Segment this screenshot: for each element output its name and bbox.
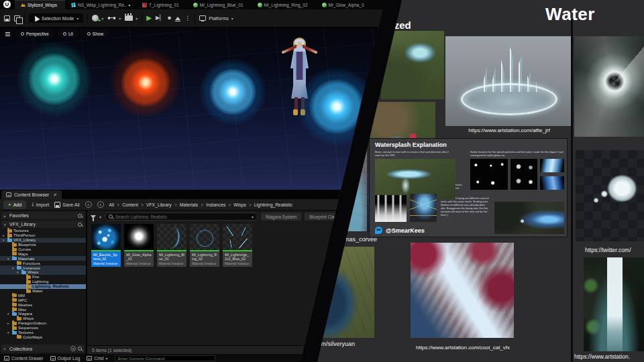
- skip-button[interactable]: ▶▏: [156, 15, 164, 21]
- pill-icon: [87, 32, 91, 36]
- ref-image-waterfall: [584, 257, 644, 351]
- selection-mode-label: Selection Mode: [42, 16, 74, 21]
- tree-item[interactable]: Functions: [0, 261, 86, 265]
- tree-item[interactable]: Instances: [0, 265, 86, 270]
- asset-editor-tab[interactable]: Stylized_Wisps: [15, 0, 65, 9]
- chevron-down-icon: ▾: [76, 16, 78, 21]
- expander-icon[interactable]: [7, 257, 11, 261]
- blueprints-button[interactable]: ▾: [107, 15, 121, 21]
- collections-header[interactable]: ▸ Collections +: [1, 345, 85, 353]
- viewport-option-pill[interactable]: Show: [82, 29, 109, 38]
- chevron-down-icon[interactable]: ▾: [252, 215, 254, 219]
- content-drawer-button[interactable]: Content Drawer: [4, 356, 44, 361]
- stop-button[interactable]: ■: [168, 15, 171, 21]
- breadcrumb-segment[interactable]: Instances: [198, 202, 225, 207]
- breadcrumb-segment[interactable]: Lightning_Realistic: [246, 202, 292, 207]
- asset-tile[interactable]: MI_Electric_Sphere_01 Material Instance: [91, 224, 121, 267]
- tree-item[interactable]: Lightning_Realistic: [0, 284, 86, 289]
- panel-image-cone-mesh: [410, 194, 437, 222]
- add-actor-button[interactable]: ▾: [92, 15, 103, 21]
- add-button[interactable]: + Add: [3, 200, 26, 209]
- selection-mode-button[interactable]: Selection Mode ▾: [29, 13, 83, 23]
- library-label: VFX_Library: [9, 222, 36, 227]
- cinematics-button[interactable]: ▾: [125, 15, 138, 21]
- viewport-option-pill[interactable]: Lit: [58, 29, 78, 38]
- chevron-down-icon: ▾: [99, 215, 101, 219]
- back-icon[interactable]: ‹: [85, 201, 92, 208]
- tree-item[interactable]: ColorMaps: [0, 335, 86, 339]
- asset-editor-tab[interactable]: MI_Glow_Alpha_0: [316, 0, 372, 9]
- expander-icon[interactable]: [17, 270, 20, 274]
- expander-icon[interactable]: [7, 312, 11, 316]
- search-icon[interactable]: [78, 223, 82, 227]
- platforms-button[interactable]: Platforms ▾: [199, 15, 233, 21]
- forward-icon[interactable]: ›: [97, 201, 104, 208]
- blueprint-icon: [107, 15, 116, 21]
- expander-icon[interactable]: [3, 233, 6, 237]
- drawer-icon: [4, 356, 9, 361]
- folder-icon: [26, 280, 31, 284]
- filter-icon[interactable]: [91, 215, 96, 219]
- unreal-logo-icon[interactable]: U: [3, 1, 11, 8]
- save-all-label: Save All: [62, 202, 79, 207]
- tree-item[interactable]: Textures: [0, 229, 86, 233]
- ref-image-water-blob: [576, 150, 644, 241]
- breadcrumb-segment[interactable]: Content: [114, 202, 138, 207]
- expander-icon[interactable]: [3, 238, 6, 242]
- platforms-icon: [199, 15, 206, 21]
- search-input[interactable]: [115, 215, 249, 219]
- tree-item[interactable]: Niagara: [0, 312, 86, 316]
- eject-button[interactable]: [175, 17, 180, 20]
- folder-label: VFX_Library: [13, 238, 36, 242]
- asset-searchbox[interactable]: ▾: [105, 213, 258, 221]
- folder-icon: [17, 266, 21, 269]
- asset-editor-tab[interactable]: MI_Lightning_Blue_01: [187, 0, 252, 9]
- tree-item[interactable]: ThirdPerson: [0, 233, 86, 238]
- cmd-button[interactable]: Cmd ▾: [87, 356, 107, 361]
- expander-icon[interactable]: [12, 266, 15, 270]
- tree-item[interactable]: Wisps: [0, 270, 86, 275]
- asset-editor-tab[interactable]: MI_Lightning_Ring_02: [252, 0, 316, 9]
- expander-icon[interactable]: [7, 330, 11, 335]
- output-log-button[interactable]: Output Log: [50, 356, 80, 361]
- expander-icon[interactable]: [7, 321, 11, 325]
- console-command-input[interactable]: [115, 355, 215, 361]
- content-browser-tab[interactable]: Content Browser ✕: [1, 190, 62, 199]
- import-label: Import: [36, 202, 49, 207]
- tree-item[interactable]: Textures: [0, 330, 86, 335]
- breadcrumb-segment[interactable]: Wisps: [225, 202, 246, 207]
- toolbar-separator: [24, 13, 25, 23]
- folder-icon: [7, 234, 12, 237]
- asset-tile[interactable]: MI_Lightning_Blue_01 Material Instance: [157, 224, 186, 267]
- search-icon[interactable]: [78, 347, 82, 351]
- tree-item[interactable]: Materials: [0, 256, 86, 261]
- folder-icon: [17, 261, 21, 265]
- play-options-icon[interactable]: ⋮: [184, 15, 191, 21]
- add-collection-icon[interactable]: +: [70, 346, 76, 351]
- asset-tile[interactable]: MI_Lightnings_2x2_Blue_02 Material Insta…: [223, 224, 252, 267]
- breadcrumb-segment[interactable]: Materials: [172, 202, 199, 207]
- tree-item[interactable]: Lightning: [0, 280, 86, 284]
- folder-label: MM: [18, 294, 25, 298]
- library-header[interactable]: ▾ VFX_Library: [1, 221, 85, 228]
- viewport-option-pill[interactable]: Perspective: [15, 29, 54, 38]
- asset-tile[interactable]: MI_Glow_Alpha_01 Material Instance: [124, 224, 154, 267]
- asset-editor-tab[interactable]: NS_Wisp_Lightning_Re.. •: [65, 0, 136, 9]
- filter-chip[interactable]: Niagara System: [261, 213, 301, 221]
- asset-tile[interactable]: MI_Lightning_Ring_02 Material Instance: [190, 224, 219, 267]
- play-button[interactable]: ▶: [146, 15, 152, 21]
- breadcrumb-segment[interactable]: All: [109, 202, 115, 207]
- breadcrumb-segment[interactable]: VFX_Library: [138, 202, 172, 207]
- asset-editor-tab[interactable]: T_Lightning_01: [136, 0, 187, 9]
- save-all-button[interactable]: Save All: [54, 202, 79, 208]
- viewport-menu-icon[interactable]: [3, 30, 12, 38]
- close-icon[interactable]: ✕: [53, 192, 57, 198]
- platforms-label: Platforms: [209, 16, 229, 21]
- favorites-header[interactable]: ▸ Favorites: [1, 212, 85, 219]
- source-control-icon[interactable]: [14, 15, 20, 21]
- tree-item[interactable]: Fire: [0, 275, 86, 280]
- save-icon[interactable]: [4, 15, 10, 21]
- folder-label: Curves: [18, 247, 31, 251]
- import-button[interactable]: ⭣ Import: [32, 202, 49, 207]
- search-icon[interactable]: [78, 214, 82, 218]
